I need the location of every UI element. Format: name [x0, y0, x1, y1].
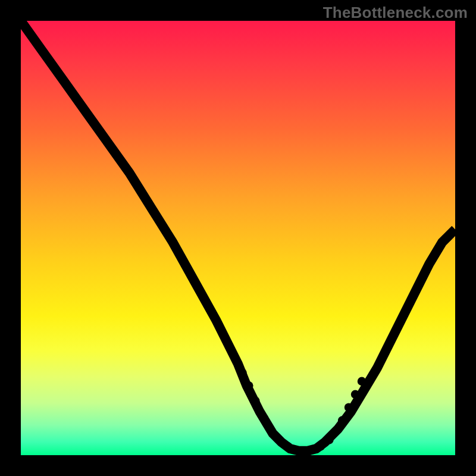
sweet-spot-dot: [345, 403, 353, 412]
sweet-spot-dot: [284, 442, 293, 451]
sweet-spot-dot: [225, 342, 234, 351]
sweet-spot-dot: [305, 446, 314, 455]
sweet-spot-dot: [260, 414, 269, 423]
sweet-spot-dot: [351, 390, 360, 399]
chart-frame: TheBottleneck.com: [0, 0, 476, 476]
sweet-spot-dot: [325, 436, 334, 444]
sweet-spot-dot: [316, 442, 325, 451]
sweet-spot-dot: [245, 381, 253, 390]
sweet-spot-dot: [238, 368, 247, 377]
sweet-spot-dot: [358, 377, 367, 386]
sweet-spot-dot: [331, 427, 340, 436]
sweet-spot-dot: [273, 434, 281, 443]
sweet-spot-dot: [231, 355, 240, 364]
curve-svg: [21, 21, 455, 455]
sweet-spot-dot: [251, 396, 260, 405]
sweet-spot-dots: [225, 342, 366, 455]
watermark-text: TheBottleneck.com: [323, 4, 468, 22]
sweet-spot-dot: [295, 446, 303, 455]
plot-area: [21, 21, 455, 455]
bottleneck-curve: [21, 21, 455, 451]
sweet-spot-dot: [338, 416, 347, 425]
